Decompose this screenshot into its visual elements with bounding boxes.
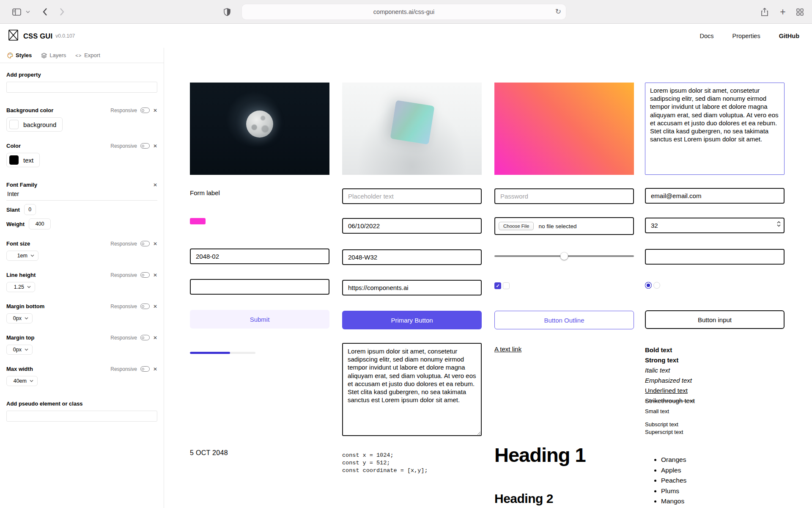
number-input-wrap bbox=[645, 218, 785, 233]
text-link[interactable]: A text link bbox=[494, 345, 521, 353]
date-input[interactable] bbox=[342, 218, 482, 234]
bg-color-swatch bbox=[9, 120, 19, 129]
textarea[interactable]: Lorem ipsum dolor sit amet, consetetur s… bbox=[342, 343, 482, 436]
font-family-input[interactable] bbox=[6, 189, 157, 201]
nav-properties[interactable]: Properties bbox=[732, 33, 760, 39]
chevron-down-icon bbox=[27, 286, 31, 288]
margin-top-label: Margin top bbox=[6, 334, 34, 341]
nav-github[interactable]: GitHub bbox=[779, 33, 799, 39]
color-value[interactable]: text bbox=[6, 153, 40, 167]
browser-toolbar: components.ai/css-gui ↻ + bbox=[0, 0, 812, 24]
tab-overview-icon[interactable] bbox=[794, 0, 805, 24]
text-input[interactable] bbox=[342, 188, 482, 204]
number-input[interactable] bbox=[645, 218, 785, 233]
focused-textarea[interactable]: Lorem ipsum dolor sit amet, consetetur s… bbox=[645, 83, 785, 175]
remove-property-icon[interactable]: ✕ bbox=[153, 273, 157, 278]
radio-checked[interactable] bbox=[645, 282, 652, 289]
back-button-icon[interactable] bbox=[41, 0, 49, 24]
date-display: 5 OCT 2048 bbox=[190, 449, 329, 457]
slant-label: Slant bbox=[6, 207, 20, 213]
heading-1: Heading 1 bbox=[494, 444, 634, 466]
responsive-toggle-icon[interactable] bbox=[140, 143, 150, 149]
responsive-toggle-icon[interactable] bbox=[140, 366, 150, 372]
remove-property-icon[interactable]: ✕ bbox=[153, 304, 157, 309]
week-input[interactable] bbox=[342, 249, 482, 265]
choose-file-button[interactable]: Choose File bbox=[499, 222, 534, 230]
remove-property-icon[interactable]: ✕ bbox=[153, 335, 157, 340]
margin-top-select[interactable]: 0px bbox=[6, 345, 33, 355]
url-text: components.ai/css-gui bbox=[373, 8, 434, 15]
weight-input[interactable]: 400 bbox=[29, 218, 51, 229]
primary-button[interactable]: Primary Button bbox=[342, 311, 482, 329]
outline-button[interactable]: Button Outline bbox=[494, 311, 634, 329]
sidebar-toggle-icon[interactable] bbox=[10, 0, 23, 24]
moon bbox=[246, 110, 273, 138]
strikethrough-text: Strikethrough text bbox=[645, 396, 785, 406]
margin-bottom-select[interactable]: 0px bbox=[6, 313, 33, 323]
checkbox-unchecked[interactable] bbox=[503, 282, 510, 289]
responsive-toggle-icon[interactable] bbox=[140, 108, 150, 113]
stepper-icon[interactable] bbox=[777, 221, 781, 227]
shield-icon[interactable] bbox=[223, 0, 231, 24]
bg-color-value[interactable]: background bbox=[6, 117, 63, 132]
responsive-label: Responsive bbox=[110, 108, 137, 113]
cube bbox=[390, 100, 434, 144]
remove-property-icon[interactable]: ✕ bbox=[153, 367, 157, 372]
remove-property-icon[interactable]: ✕ bbox=[153, 241, 157, 246]
line-height-select[interactable]: 1.25 bbox=[6, 282, 35, 292]
file-input[interactable]: Choose File no file selected bbox=[494, 217, 634, 235]
font-size-label: Font size bbox=[6, 240, 30, 247]
range-slider[interactable] bbox=[494, 252, 634, 260]
forward-button-icon[interactable] bbox=[58, 0, 66, 24]
tab-styles[interactable]: Styles bbox=[7, 52, 32, 58]
slider-thumb[interactable] bbox=[560, 252, 568, 260]
submit-button[interactable]: Submit bbox=[190, 310, 329, 329]
month-input[interactable] bbox=[190, 248, 329, 264]
styles-sidebar: Styles Layers <> Export Add property Bac… bbox=[0, 48, 164, 508]
progress-fill bbox=[190, 352, 230, 354]
chevron-down-icon[interactable] bbox=[25, 0, 31, 24]
preview-canvas: Form label Submit 5 OCT 2048 Primary But… bbox=[164, 48, 812, 508]
empty-text-input[interactable] bbox=[190, 279, 329, 295]
bold-text: Bold text bbox=[645, 345, 785, 355]
responsive-toggle-icon[interactable] bbox=[140, 335, 150, 340]
app-version: v0.0.107 bbox=[55, 33, 75, 39]
responsive-toggle-icon[interactable] bbox=[140, 241, 150, 246]
app-logo-icon[interactable] bbox=[8, 30, 18, 42]
underlined-text: Underlined text bbox=[645, 386, 785, 396]
app-title: CSS GUI bbox=[23, 32, 52, 40]
tab-layers[interactable]: Layers bbox=[41, 52, 66, 58]
tab-export[interactable]: <> Export bbox=[75, 52, 100, 58]
new-tab-icon[interactable]: + bbox=[777, 0, 788, 24]
palette-icon bbox=[7, 52, 13, 58]
moon-photo bbox=[190, 83, 329, 175]
add-pseudo-input[interactable] bbox=[6, 411, 157, 422]
share-icon[interactable] bbox=[759, 0, 770, 24]
remove-property-icon[interactable]: ✕ bbox=[153, 108, 157, 113]
max-width-select[interactable]: 40em bbox=[6, 376, 38, 386]
slant-input[interactable]: 0 bbox=[24, 204, 36, 215]
password-input[interactable] bbox=[494, 188, 634, 204]
heading-2: Heading 2 bbox=[494, 491, 634, 505]
address-bar[interactable]: components.ai/css-gui ↻ bbox=[242, 4, 566, 19]
add-property-input[interactable] bbox=[6, 82, 157, 93]
add-pseudo-label: Add pseudo element or class bbox=[6, 400, 157, 407]
empty-text-input[interactable] bbox=[645, 249, 785, 265]
checkbox-checked[interactable]: ✓ bbox=[494, 282, 501, 289]
chevron-down-icon bbox=[25, 348, 28, 351]
url-input[interactable] bbox=[342, 280, 482, 295]
responsive-toggle-icon[interactable] bbox=[140, 304, 150, 309]
button-input[interactable]: Button input bbox=[645, 310, 785, 329]
remove-property-icon[interactable]: ✕ bbox=[153, 144, 157, 149]
radio-unchecked[interactable] bbox=[653, 282, 660, 289]
font-size-select[interactable]: 1em bbox=[6, 251, 38, 261]
nav-docs[interactable]: Docs bbox=[700, 33, 714, 39]
responsive-toggle-icon[interactable] bbox=[140, 272, 150, 278]
remove-property-icon[interactable]: ✕ bbox=[153, 182, 157, 188]
email-input[interactable] bbox=[645, 188, 785, 204]
color-label: Color bbox=[6, 143, 21, 149]
italic-text: Italic text bbox=[645, 365, 785, 375]
margin-bottom-label: Margin bottom bbox=[6, 303, 44, 309]
small-text: Small text bbox=[645, 407, 785, 416]
refresh-icon[interactable]: ↻ bbox=[555, 7, 561, 16]
